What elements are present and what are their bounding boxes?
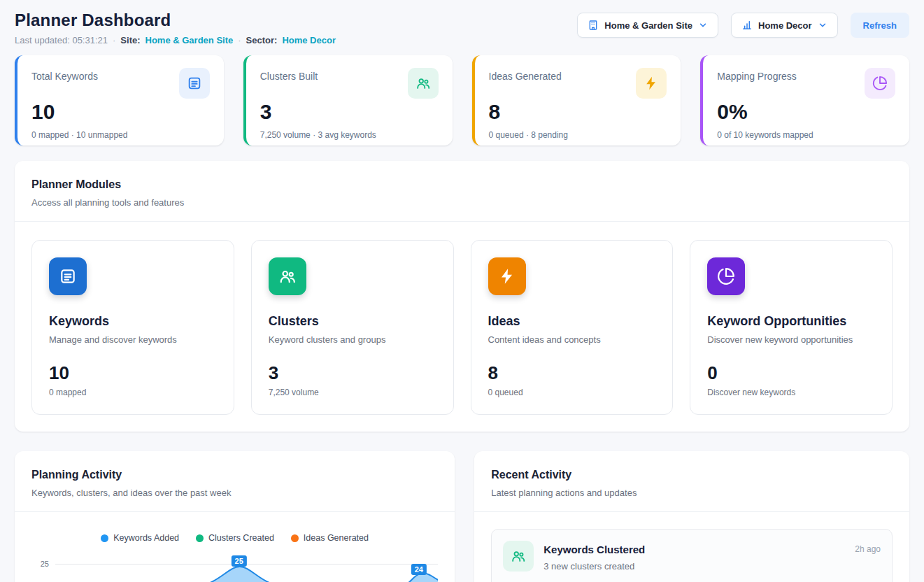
- chart-legend: Keywords Added Clusters Created Ideas Ge…: [31, 533, 438, 543]
- activity-description: 3 new clusters created: [543, 561, 845, 572]
- bar-chart-icon: [741, 20, 753, 31]
- module-description: Content ideas and concepts: [488, 334, 656, 346]
- legend-dot: [196, 534, 204, 542]
- module-detail: 0 mapped: [49, 388, 217, 397]
- module-description: Keyword clusters and groups: [269, 334, 436, 346]
- data-label-badge: 24: [411, 564, 427, 575]
- module-detail: Discover new keywords: [707, 388, 875, 397]
- stat-label: Total Keywords: [31, 71, 98, 82]
- stat-value: 10: [31, 100, 210, 124]
- site-selector-label: Home & Garden Site: [604, 20, 692, 31]
- stat-value: 3: [260, 100, 439, 124]
- users-icon: [408, 68, 439, 99]
- legend-item-clusters-created: Clusters Created: [196, 533, 274, 543]
- separator-dot: ·: [238, 34, 241, 47]
- stat-label: Clusters Built: [260, 71, 318, 82]
- refresh-button[interactable]: Refresh: [851, 13, 909, 38]
- module-detail: 7,250 volume: [269, 388, 436, 397]
- site-label: Site:: [120, 34, 140, 47]
- legend-item-keywords-added: Keywords Added: [101, 533, 179, 543]
- bolt-icon: [488, 257, 526, 295]
- module-title: Keyword Opportunities: [707, 313, 875, 329]
- document-icon: [179, 68, 210, 99]
- stat-card-total-keywords: Total Keywords 10 0 mapped · 10 unmapped: [15, 55, 224, 146]
- header-left: Planner Dashboard Last updated: 05:31:21…: [15, 10, 336, 47]
- module-detail: 0 queued: [488, 388, 656, 397]
- activity-body: Keywords Clustered 3 new clusters create…: [543, 541, 845, 582]
- users-icon: [503, 541, 534, 572]
- module-description: Manage and discover keywords: [49, 334, 217, 346]
- planning-activity-card: Planning Activity Keywords, clusters, an…: [15, 451, 455, 582]
- stat-card-clusters-built: Clusters Built 3 7,250 volume · 3 avg ke…: [243, 55, 453, 146]
- divider: [474, 511, 909, 512]
- activity-title: Keywords Clustered: [543, 544, 845, 555]
- legend-label: Clusters Created: [208, 533, 274, 543]
- recent-activity-subtitle: Latest planning actions and updates: [491, 487, 893, 499]
- legend-dot: [101, 534, 108, 542]
- module-card-keyword-opportunities[interactable]: Keyword Opportunities Discover new keywo…: [690, 240, 893, 415]
- stat-label: Mapping Progress: [717, 71, 797, 82]
- divider: [15, 221, 909, 222]
- site-selector-button[interactable]: Home & Garden Site: [577, 13, 718, 38]
- module-description: Discover new keyword opportunities: [707, 334, 875, 346]
- divider: [15, 511, 455, 512]
- chevron-down-icon: [698, 20, 708, 30]
- separator-dot: ·: [113, 34, 115, 47]
- stat-detail: 0 mapped · 10 unmapped: [31, 130, 210, 140]
- document-icon: [49, 257, 87, 295]
- sector-label: Sector:: [246, 34, 278, 47]
- module-value: 8: [488, 362, 656, 383]
- activity-item-keywords-clustered[interactable]: Keywords Clustered 3 new clusters create…: [491, 529, 893, 582]
- users-icon: [269, 257, 306, 295]
- planner-modules-section: Planner Modules Access all planning tool…: [15, 161, 909, 432]
- stat-value: 8: [489, 100, 667, 124]
- sector-selector-button[interactable]: Home Decor: [731, 13, 838, 38]
- chart-plot-area: 25 24: [55, 554, 438, 582]
- site-link[interactable]: Home & Garden Site: [145, 34, 234, 47]
- keywords-added-area-series: [55, 564, 438, 582]
- modules-grid: Keywords Manage and discover keywords 10…: [31, 240, 893, 415]
- planner-dashboard-page: Planner Dashboard Last updated: 05:31:21…: [0, 0, 924, 582]
- stat-label: Ideas Generated: [489, 71, 562, 82]
- stat-value: 0%: [717, 100, 895, 124]
- modules-section-subtitle: Access all planning tools and features: [31, 197, 893, 208]
- stats-row: Total Keywords 10 0 mapped · 10 unmapped…: [15, 55, 909, 146]
- sector-selector-label: Home Decor: [758, 20, 812, 31]
- module-value: 3: [269, 362, 436, 383]
- module-title: Keywords: [49, 313, 217, 329]
- legend-label: Keywords Added: [113, 533, 179, 543]
- recent-activity-title: Recent Activity: [491, 468, 893, 482]
- pie-chart-icon: [865, 68, 895, 99]
- stat-detail: 7,250 volume · 3 avg keywords: [260, 130, 439, 140]
- stat-detail: 0 of 10 keywords mapped: [717, 130, 895, 140]
- module-card-ideas[interactable]: Ideas Content ideas and concepts 8 0 que…: [471, 240, 674, 415]
- meta-line: Last updated: 05:31:21 · Site: Home & Ga…: [15, 34, 336, 47]
- module-value: 10: [49, 362, 217, 383]
- chevron-down-icon: [818, 20, 827, 30]
- sector-link[interactable]: Home Decor: [282, 34, 336, 47]
- page-title: Planner Dashboard: [15, 10, 336, 31]
- bolt-icon: [636, 68, 667, 99]
- module-title: Clusters: [269, 313, 436, 329]
- stat-card-mapping-progress: Mapping Progress 0% 0 of 10 keywords map…: [700, 55, 909, 146]
- planning-activity-chart: 25 25 24: [31, 554, 438, 582]
- data-label-badge: 25: [232, 555, 247, 567]
- legend-item-ideas-generated: Ideas Generated: [291, 533, 369, 543]
- module-card-keywords[interactable]: Keywords Manage and discover keywords 10…: [31, 240, 234, 415]
- module-title: Ideas: [488, 313, 656, 329]
- module-value: 0: [707, 362, 875, 383]
- pie-chart-icon: [707, 257, 745, 295]
- stat-detail: 0 queued · 8 pending: [489, 130, 667, 140]
- y-axis-tick: 25: [31, 560, 55, 582]
- building-icon: [588, 20, 599, 31]
- module-card-clusters[interactable]: Clusters Keyword clusters and groups 3 7…: [251, 240, 454, 415]
- bottom-row: Planning Activity Keywords, clusters, an…: [15, 451, 909, 582]
- planning-activity-title: Planning Activity: [31, 468, 438, 482]
- recent-activity-card: Recent Activity Latest planning actions …: [474, 451, 909, 582]
- legend-label: Ideas Generated: [304, 533, 369, 543]
- page-header: Planner Dashboard Last updated: 05:31:21…: [15, 10, 909, 47]
- modules-section-title: Planner Modules: [31, 178, 893, 192]
- last-updated-text: Last updated: 05:31:21: [15, 34, 108, 47]
- header-controls: Home & Garden Site Home Decor Refresh: [577, 13, 909, 38]
- planning-activity-subtitle: Keywords, clusters, and ideas over the p…: [31, 487, 438, 499]
